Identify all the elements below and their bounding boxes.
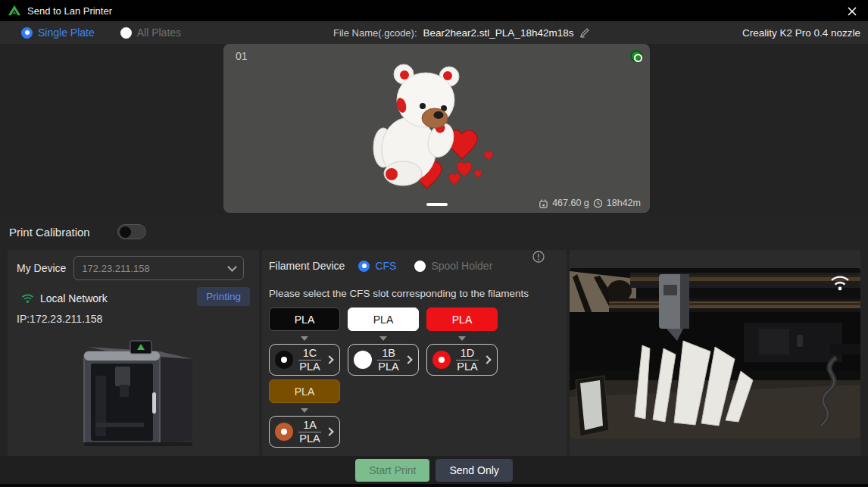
edit-pencil-icon[interactable]: [579, 27, 590, 38]
filament-chip[interactable]: PLA: [426, 307, 498, 331]
chevron-right-icon: [482, 355, 491, 364]
all-plates-label: All Plates: [137, 27, 181, 39]
slot-material: PLA: [299, 360, 320, 373]
creality-logo-icon: [8, 5, 21, 17]
slot-material: PLA: [299, 432, 320, 445]
filament-panel: Filament Device CFS Spool Holder Please …: [262, 250, 567, 456]
printer-name: Creality K2 Pro 0.4 nozzle: [742, 27, 860, 39]
printer-image: [58, 339, 209, 453]
action-bar: Start Print Send Only: [0, 456, 868, 484]
spool-color-icon: [275, 423, 293, 441]
filament-mapping-1: PLA 1B PLA: [348, 307, 419, 376]
spool-holder-label: Spool Holder: [431, 260, 492, 272]
slot-id: 1A: [298, 420, 321, 432]
plate-weight: 467.60 g: [552, 198, 589, 208]
camera-feed: [570, 268, 860, 439]
slot-material: PLA: [457, 360, 477, 373]
slot-id: 1C: [298, 348, 322, 361]
device-panel: My Device 172.23.211.158 Local Network P…: [8, 250, 259, 456]
chevron-down-icon: [227, 262, 237, 272]
start-print-button[interactable]: Start Print: [355, 459, 429, 482]
spool-holder-radio[interactable]: Spool Holder: [414, 260, 492, 272]
arrow-down-icon: [379, 336, 387, 341]
filament-chip[interactable]: PLA: [269, 379, 340, 403]
filament-chip[interactable]: PLA: [348, 307, 419, 331]
local-network-label: Local Network: [40, 292, 108, 304]
radio-selected-icon: [21, 27, 33, 39]
device-ip: IP:172.23.211.158: [17, 313, 102, 325]
my-device-label: My Device: [17, 262, 66, 274]
plate-stats: 467.60 g 18h42m: [539, 198, 641, 208]
arrow-down-icon: [458, 336, 466, 341]
send-to-lan-printer-dialog: Send to Lan Printer Single Plate All Pla…: [0, 0, 868, 487]
plate-number: 01: [236, 50, 248, 62]
slot-material: PLA: [378, 360, 398, 373]
title-bar: Send to Lan Printer: [0, 0, 868, 21]
cfs-slot-selector[interactable]: 1B PLA: [348, 344, 419, 376]
toolbar: Single Plate All Plates File Name(.gcode…: [0, 21, 868, 44]
cfs-radio[interactable]: CFS: [358, 260, 396, 272]
radio-selected-icon: [358, 261, 370, 272]
plate-selected-indicator[interactable]: [630, 50, 642, 62]
file-name-value: Bear2hear2.stl_PLA_18h42m18s: [423, 27, 574, 39]
radio-unselected-icon: [414, 261, 426, 272]
plate-preview-row: 01 467.60 g 18h42m: [0, 44, 868, 214]
filament-device-label: Filament Device: [269, 260, 345, 272]
camera-panel: [570, 250, 860, 456]
cfs-hint-text: Please select the CFS slot corresponding…: [269, 288, 529, 299]
print-time-icon: [593, 198, 603, 208]
spool-color-icon: [354, 351, 372, 369]
print-calibration-label: Print Calibration: [9, 226, 90, 239]
plate-card[interactable]: 01 467.60 g 18h42m: [223, 44, 650, 213]
slot-id: 1B: [377, 348, 400, 361]
all-plates-radio[interactable]: All Plates: [120, 27, 181, 39]
close-icon[interactable]: [845, 5, 859, 18]
file-name-label: File Name(.gcode):: [333, 27, 417, 39]
send-only-button[interactable]: Send Only: [436, 459, 512, 482]
radio-unselected-icon: [120, 27, 132, 39]
model-preview-teddy-bear: [223, 44, 650, 213]
arrow-down-icon: [301, 336, 308, 341]
cfs-slot-selector[interactable]: 1A PLA: [269, 416, 340, 448]
info-icon[interactable]: [532, 251, 545, 263]
plate-duration: 18h42m: [607, 198, 641, 208]
device-select[interactable]: 172.23.211.158: [73, 256, 244, 280]
spool-color-icon: [275, 351, 293, 369]
filament-weight-icon: [539, 198, 548, 208]
chevron-right-icon: [325, 427, 333, 435]
single-plate-radio[interactable]: Single Plate: [21, 27, 95, 39]
printing-status-badge: Printing: [197, 287, 250, 306]
plate-pagination-indicator[interactable]: [426, 203, 448, 206]
wifi-icon: [21, 293, 34, 304]
single-plate-label: Single Plate: [38, 27, 95, 39]
filament-mapping-3: PLA 1A PLA: [269, 379, 340, 448]
spool-color-icon: [432, 351, 451, 369]
cfs-slot-selector[interactable]: 1D PLA: [426, 344, 498, 376]
window-bottom-edge: [0, 484, 868, 487]
slot-id: 1D: [456, 348, 479, 361]
filament-mapping-2: PLA 1D PLA: [426, 307, 498, 376]
print-calibration-toggle[interactable]: [117, 224, 146, 239]
chevron-right-icon: [404, 355, 412, 364]
toggle-knob: [120, 226, 131, 238]
chevron-right-icon: [325, 355, 333, 364]
filament-mapping-0: PLA 1C PLA: [269, 307, 340, 376]
arrow-down-icon: [301, 408, 308, 413]
print-calibration-row: Print Calibration: [0, 214, 868, 250]
cfs-slot-selector[interactable]: 1C PLA: [269, 344, 340, 376]
filament-chip[interactable]: PLA: [269, 307, 340, 331]
cfs-label: CFS: [375, 260, 396, 272]
device-select-value: 172.23.211.158: [82, 263, 229, 274]
window-title: Send to Lan Printer: [27, 5, 112, 17]
